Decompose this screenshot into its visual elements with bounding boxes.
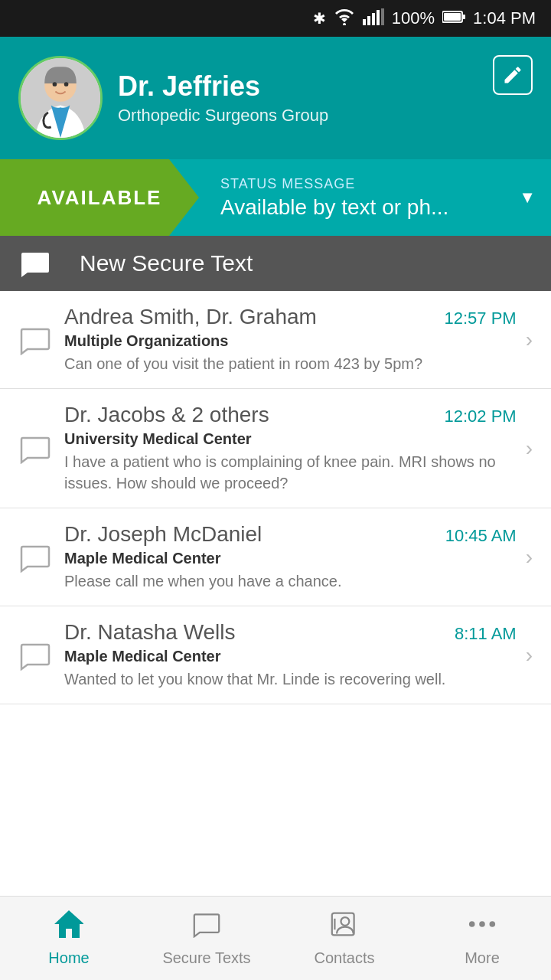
svg-point-16 xyxy=(469,921,475,927)
message-item[interactable]: Dr. Joseph McDaniel 10:45 AM Maple Medic… xyxy=(0,508,551,606)
battery-percent: 100% xyxy=(392,8,435,28)
status-message-value: Available by text or ph... xyxy=(220,195,507,220)
status-message-bar[interactable]: AVAILABLE STATUS MESSAGE Available by te… xyxy=(0,159,551,236)
header: Dr. Jeffries Orthopedic Surgeons Group xyxy=(0,37,551,159)
message-header-row: Andrea Smith, Dr. Graham 12:57 PM xyxy=(64,305,517,329)
message-time: 12:57 PM xyxy=(445,309,517,328)
svg-rect-3 xyxy=(372,13,375,25)
message-sender: Dr. Joseph McDaniel xyxy=(64,522,438,547)
message-sender: Dr. Jacobs & 2 others xyxy=(64,403,437,427)
nav-home[interactable]: Home xyxy=(0,897,138,980)
bottom-nav: Home Secure Texts Contacts xyxy=(0,896,551,980)
message-item[interactable]: Andrea Smith, Dr. Graham 12:57 PM Multip… xyxy=(0,291,551,389)
svg-point-0 xyxy=(343,23,346,25)
nav-secure-texts[interactable]: Secure Texts xyxy=(138,897,276,980)
message-preview: Wanted to let you know that Mr. Linde is… xyxy=(64,668,517,690)
wifi-icon xyxy=(334,8,355,29)
message-org: University Medical Center xyxy=(64,430,517,448)
chevron-right-icon: › xyxy=(526,643,533,668)
message-icon xyxy=(18,432,52,466)
message-content: Andrea Smith, Dr. Graham 12:57 PM Multip… xyxy=(64,305,517,374)
chevron-right-icon: › xyxy=(526,436,533,461)
message-org: Multiple Organizations xyxy=(64,332,517,350)
message-icon xyxy=(18,323,52,357)
header-info: Dr. Jeffries Orthopedic Surgeons Group xyxy=(118,70,533,126)
doctor-org: Orthopedic Surgeons Group xyxy=(118,106,533,126)
status-bar: ✱ 100% 1:04 PM xyxy=(0,0,551,37)
available-button[interactable]: AVAILABLE xyxy=(0,159,199,236)
svg-rect-1 xyxy=(363,19,366,25)
message-time: 12:02 PM xyxy=(445,407,517,426)
svg-point-12 xyxy=(64,82,69,87)
home-icon xyxy=(54,910,83,945)
clock: 1:04 PM xyxy=(473,8,536,28)
new-secure-text-label: New Secure Text xyxy=(80,250,253,276)
battery-icon xyxy=(442,10,465,28)
content-area: Dr. Jeffries Orthopedic Surgeons Group A… xyxy=(0,37,551,896)
message-sender: Andrea Smith, Dr. Graham xyxy=(64,305,437,329)
more-icon xyxy=(468,910,497,945)
chevron-right-icon: › xyxy=(526,545,533,570)
message-org: Maple Medical Center xyxy=(64,648,517,665)
message-list: Andrea Smith, Dr. Graham 12:57 PM Multip… xyxy=(0,291,551,896)
bluetooth-icon: ✱ xyxy=(313,9,326,28)
message-content: Dr. Joseph McDaniel 10:45 AM Maple Medic… xyxy=(64,522,517,592)
nav-more[interactable]: More xyxy=(413,897,551,980)
message-preview: Can one of you visit the patient in room… xyxy=(64,353,517,374)
status-icons: ✱ 100% 1:04 PM xyxy=(313,8,536,29)
message-time: 8:11 AM xyxy=(455,624,517,644)
status-dropdown-arrow[interactable]: ▼ xyxy=(519,159,551,236)
message-preview: I have a patient who is complaining of k… xyxy=(64,451,517,494)
message-content: Dr. Jacobs & 2 others 12:02 PM Universit… xyxy=(64,403,517,494)
avatar xyxy=(18,56,103,140)
svg-point-11 xyxy=(53,82,57,87)
message-icon xyxy=(18,639,52,672)
svg-rect-4 xyxy=(377,10,380,25)
svg-point-18 xyxy=(490,921,496,927)
svg-rect-8 xyxy=(462,15,465,19)
message-sender: Dr. Natasha Wells xyxy=(64,620,447,645)
message-preview: Please call me when you have a chance. xyxy=(64,570,517,592)
nav-secure-texts-label: Secure Texts xyxy=(162,949,250,967)
doctor-name: Dr. Jeffries xyxy=(118,70,533,103)
edit-button[interactable] xyxy=(493,55,533,95)
svg-rect-5 xyxy=(381,8,384,25)
status-message-label: STATUS MESSAGE xyxy=(220,176,507,192)
nav-home-label: Home xyxy=(48,949,89,967)
nav-more-label: More xyxy=(465,949,500,967)
message-item[interactable]: Dr. Natasha Wells 8:11 AM Maple Medical … xyxy=(0,606,551,704)
chevron-right-icon: › xyxy=(526,328,533,352)
message-item[interactable]: Dr. Jacobs & 2 others 12:02 PM Universit… xyxy=(0,389,551,508)
message-time: 10:45 AM xyxy=(445,526,517,546)
contacts-icon xyxy=(330,910,359,945)
message-org: Maple Medical Center xyxy=(64,550,517,567)
nav-contacts-label: Contacts xyxy=(315,949,375,967)
new-secure-text-button[interactable]: New Secure Text xyxy=(0,236,551,291)
message-content: Dr. Natasha Wells 8:11 AM Maple Medical … xyxy=(64,620,517,690)
available-label: AVAILABLE xyxy=(37,186,162,210)
nav-contacts[interactable]: Contacts xyxy=(276,897,413,980)
svg-point-17 xyxy=(479,921,485,927)
message-header-row: Dr. Jacobs & 2 others 12:02 PM xyxy=(64,403,517,427)
signal-icon xyxy=(363,8,384,29)
message-header-row: Dr. Natasha Wells 8:11 AM xyxy=(64,620,517,645)
status-message-content: STATUS MESSAGE Available by text or ph..… xyxy=(199,159,519,236)
svg-point-14 xyxy=(341,917,350,926)
message-header-row: Dr. Joseph McDaniel 10:45 AM xyxy=(64,522,517,547)
new-message-icon xyxy=(18,247,52,280)
secure-texts-icon xyxy=(192,910,221,945)
svg-rect-7 xyxy=(444,13,461,21)
svg-rect-2 xyxy=(367,16,370,25)
message-icon xyxy=(18,541,52,574)
